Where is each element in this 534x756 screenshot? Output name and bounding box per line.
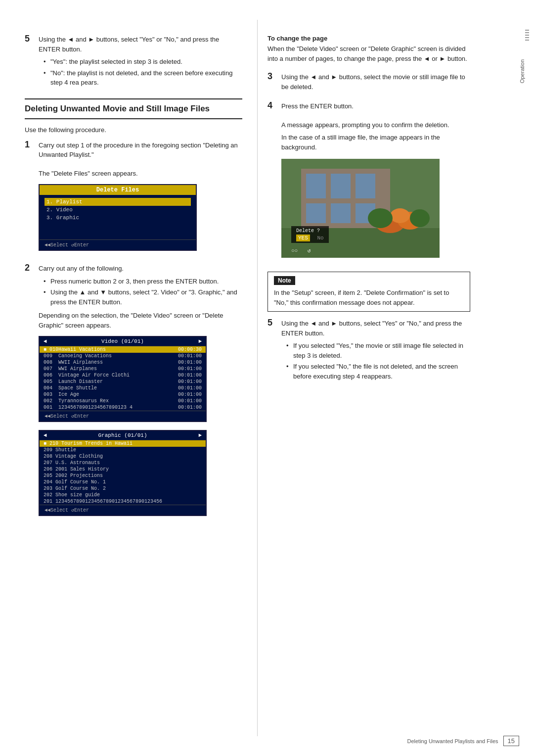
screen-title: Delete Files — [40, 185, 196, 195]
change-page-title: To change the page — [267, 35, 470, 42]
screen-item-playlist: 1. Playlist — [44, 198, 191, 206]
bullet-item: Press numeric button 2 or 3, then press … — [44, 277, 242, 286]
svg-point-13 — [410, 209, 430, 227]
bullet-item: If you selected "Yes," the movie or stil… — [286, 341, 470, 360]
graphic-screen-title: Graphic (01/01) — [98, 432, 147, 438]
video-row: 006 Vintage Air Force Clothi 00:01:00 — [40, 372, 206, 378]
video-row: 005 Launch Disaster 00:01:00 — [40, 378, 206, 385]
bullet-item: If you selected "No," the file is not de… — [286, 362, 470, 381]
step-number-2: 2 — [25, 263, 39, 273]
note-box: Note In the "Setup" screen, if item 2. "… — [267, 272, 470, 312]
sidebar-line — [525, 30, 529, 31]
video-screen-rows: ■ 010 Hawaii Vacations 00:00:30 009 Cano… — [40, 346, 206, 411]
graphic-row: 204 Golf Course No. 1 — [40, 479, 206, 485]
video-row: 001 12345678901234567890123 4 00:01:00 — [40, 404, 206, 411]
sidebar-lines — [525, 30, 529, 41]
delete-confirm-image: Delete ? YES No ○○ ↺ — [281, 159, 440, 258]
step-1-subtext: The "Delete Files" screen appears. — [39, 169, 242, 179]
graphic-row: 207 U.S. Astronauts — [40, 460, 206, 466]
video-row: 002 Tyrannosaurus Rex 00:01:00 — [40, 398, 206, 404]
bullet-item: Using the ▲ and ▼ buttons, select "2. Vi… — [44, 287, 242, 307]
sidebar-line — [525, 40, 529, 41]
screen-icons: ○○ ↺ — [291, 247, 311, 254]
header-left-arrow: ◄ — [44, 338, 47, 344]
video-row: 008 WWII Airplaness 00:01:00 — [40, 359, 206, 366]
step-number-3: 3 — [267, 71, 281, 82]
use-following: Use the following procedure. — [25, 126, 242, 134]
screen-body: 1. Playlist 2. Video 3. Graphic — [40, 195, 196, 239]
bullet-item: "No": the playlist is not deleted, and t… — [44, 68, 242, 88]
svg-rect-2 — [306, 174, 326, 198]
step-5-right-bullets: If you selected "Yes," the movie or stil… — [281, 341, 470, 381]
step-number-1: 1 — [25, 140, 39, 150]
video-row: 007 WWI Airplanes 00:01:00 — [40, 366, 206, 372]
bullet-item: "Yes": the playlist selected in step 3 i… — [44, 57, 242, 67]
graphic-row: 202 Shoe size guide — [40, 492, 206, 498]
step-number-5-right: 5 — [267, 318, 281, 328]
note-title: Note — [274, 276, 295, 285]
header-right-arrow: ► — [198, 338, 202, 344]
video-row: ■ 010 Hawaii Vacations 00:00:30 — [40, 346, 206, 353]
graphic-row: 208 Vintage Clothing — [40, 453, 206, 460]
svg-point-12 — [368, 208, 393, 228]
step-3-content: Using the ◄ and ► buttons, select the mo… — [281, 72, 470, 94]
step-5-top: 5 Using the ◄ and ► buttons, select "Yes… — [25, 35, 242, 92]
step-4: 4 Press the ENTER button. A message appe… — [267, 101, 470, 265]
step-5-top-bullets: "Yes": the playlist selected in step 3 i… — [39, 57, 242, 88]
svg-rect-6 — [331, 203, 351, 223]
graphic-row: 209 Shuttle — [40, 447, 206, 453]
step-2-text: Carry out any of the following. — [39, 264, 242, 274]
step-2-bullets: Press numeric button 2 or 3, then press … — [39, 277, 242, 307]
sidebar-line — [525, 32, 529, 33]
step-5-right: 5 Using the ◄ and ► buttons, select "Yes… — [267, 319, 470, 385]
video-row: 003 Ice Age 00:01:00 — [40, 391, 206, 398]
step-5-right-text: Using the ◄ and ► buttons, select "Yes" … — [281, 319, 470, 338]
change-page-box: To change the page When the "Delete Vide… — [267, 35, 470, 63]
video-screen-title: Video (01/01) — [101, 338, 144, 344]
sidebar-line — [525, 35, 529, 36]
step-1: 1 Carry out step 1 of the procedure in t… — [25, 141, 242, 257]
section-heading: Deleting Unwanted Movie and Still Image … — [25, 98, 242, 119]
video-row: 004 Space Shuttle 00:01:00 — [40, 385, 206, 391]
background-image — [281, 159, 440, 258]
step-2: 2 Carry out any of the following. Press … — [25, 264, 242, 522]
graphic-row: 205 2002 Projections — [40, 472, 206, 479]
step-number-5-top: 5 — [25, 34, 39, 44]
change-page-text: When the "Delete Video" screen or "Delet… — [267, 44, 470, 63]
page-footer: Deleting Unwanted Playlists and Files 15 — [407, 736, 519, 746]
delete-label: Delete ? — [296, 228, 324, 234]
step-3: 3 Using the ◄ and ► buttons, select the … — [267, 72, 470, 94]
graphic-row: 203 Golf Course No. 2 — [40, 485, 206, 492]
header-right-arrow: ► — [198, 432, 202, 438]
delete-files-screen: Delete Files 1. Playlist 2. Video 3. Gra… — [39, 184, 197, 251]
step-4-content: Press the ENTER button. A message appear… — [281, 101, 470, 265]
header-left-arrow: ◄ — [44, 432, 47, 438]
video-screen: ◄ Video (01/01) ► ■ 010 Hawaii Vacations… — [39, 336, 207, 422]
graphic-screen: ◄ Graphic (01/01) ► ■ 210 Tourism Trends… — [39, 430, 207, 516]
video-screen-footer: ◄◄Select ↺Enter — [40, 411, 206, 421]
step-5-right-content: Using the ◄ and ► buttons, select "Yes" … — [281, 319, 470, 385]
svg-rect-5 — [306, 203, 326, 223]
screen-item-graphic: 3. Graphic — [44, 214, 191, 222]
graphic-screen-header: ◄ Graphic (01/01) ► — [40, 431, 206, 440]
section-title: Deleting Unwanted Movie and Still Image … — [25, 103, 242, 114]
footer-text: Deleting Unwanted Playlists and Files — [407, 738, 498, 744]
step-2-content: Carry out any of the following. Press nu… — [39, 264, 242, 522]
graphic-row: ■ 210 Tourism Trends in Hawaii — [40, 440, 206, 447]
step-4-subtext1: A message appears, prompting you to conf… — [281, 120, 470, 130]
step-3-text: Using the ◄ and ► buttons, select the mo… — [281, 72, 470, 92]
graphic-row: 206 2001 Sales History — [40, 466, 206, 472]
sidebar-operation-label: Operation — [519, 59, 525, 83]
svg-point-11 — [390, 208, 410, 223]
video-screen-header: ◄ Video (01/01) ► — [40, 337, 206, 346]
step-number-4: 4 — [267, 100, 281, 111]
delete-overlay: Delete ? YES No — [291, 226, 329, 243]
no-option: No — [317, 235, 323, 241]
screen-item-video: 2. Video — [44, 206, 191, 214]
yes-option: YES — [296, 235, 310, 241]
graphic-screen-footer: ◄◄Select ↺Enter — [40, 505, 206, 515]
svg-rect-3 — [331, 174, 351, 198]
step-2-subtext: Depending on the selection, the "Delete … — [39, 311, 242, 330]
graphic-row: 201 123456789012345678901234567890123456 — [40, 498, 206, 505]
graphic-screen-rows: ■ 210 Tourism Trends in Hawaii 209 Shutt… — [40, 440, 206, 505]
